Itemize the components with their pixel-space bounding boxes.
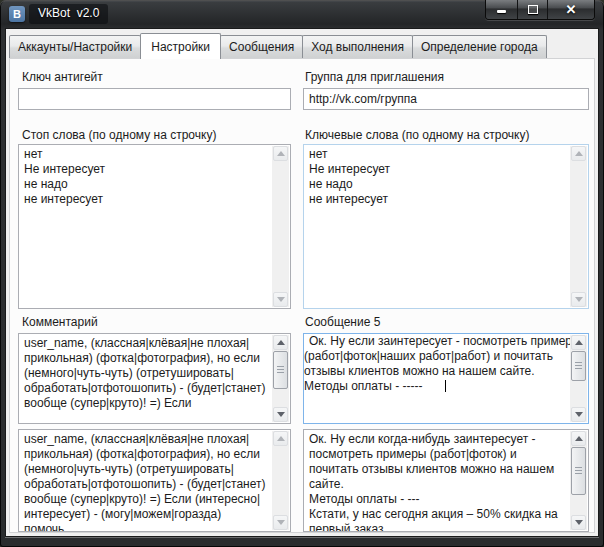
comment-scrollbar[interactable] bbox=[272, 335, 289, 422]
scroll-down-button[interactable] bbox=[273, 515, 288, 530]
invite-group-input[interactable] bbox=[303, 88, 589, 110]
text-caret bbox=[445, 380, 446, 392]
message5-textarea[interactable]: Ок. Ну если заинтересует - посмотреть пр… bbox=[303, 333, 589, 424]
message5-scrollbar[interactable] bbox=[570, 335, 587, 422]
comment-text: user_name, (классная|клёвая|не плохая|пр… bbox=[19, 334, 290, 413]
comment-label: Комментарий bbox=[22, 315, 98, 329]
stop-words-text: нет Не интересует не надо не интересует bbox=[19, 145, 290, 209]
thumb-grip-icon bbox=[277, 366, 284, 374]
scroll-thumb[interactable] bbox=[571, 351, 586, 381]
scroll-down-button[interactable] bbox=[571, 407, 586, 422]
settings-tab-page: Ключ антигейт Группа для приглашения Сто… bbox=[9, 58, 595, 533]
key-words-label: Ключевые слова (по одному на строчку) bbox=[305, 128, 530, 142]
scroll-up-button[interactable] bbox=[571, 146, 586, 161]
app-window: B VkBot v2.0 ✕ Аккаунты/Настройки Настро… bbox=[0, 0, 604, 547]
stop-words-textarea[interactable]: нет Не интересует не надо не интересует bbox=[18, 144, 291, 309]
thumb-grip-icon bbox=[575, 467, 582, 475]
scroll-down-button[interactable] bbox=[273, 407, 288, 422]
comment-textarea[interactable]: user_name, (классная|клёвая|не плохая|пр… bbox=[18, 333, 291, 424]
comment-full-scrollbar[interactable] bbox=[272, 431, 289, 530]
message5-alt-textarea[interactable]: Ок. Ну если когда-нибудь заинтересует - … bbox=[303, 429, 589, 532]
stop-words-label: Стоп слова (по одному на строчку) bbox=[22, 128, 216, 142]
stop-words-scrollbar[interactable] bbox=[272, 146, 289, 307]
message5-alt-text: Ок. Ну если когда-нибудь заинтересует - … bbox=[304, 430, 588, 532]
minimize-icon bbox=[497, 10, 506, 13]
scroll-up-button[interactable] bbox=[273, 431, 288, 446]
tab-accounts-settings[interactable]: Аккаунты/Настройки bbox=[9, 35, 141, 58]
arrow-down-icon bbox=[575, 520, 583, 525]
scroll-up-button[interactable] bbox=[571, 431, 586, 446]
arrow-up-icon bbox=[277, 340, 285, 345]
vk-logo-icon: B bbox=[9, 6, 25, 22]
arrow-down-icon bbox=[575, 412, 583, 417]
scroll-thumb[interactable] bbox=[571, 447, 586, 495]
scroll-down-button[interactable] bbox=[571, 292, 586, 307]
tab-strip: Аккаунты/Настройки Настройки Сообщения Х… bbox=[9, 32, 595, 58]
message5-label: Сообщение 5 bbox=[305, 315, 380, 329]
title-bar[interactable]: B VkBot v2.0 ✕ bbox=[0, 0, 604, 28]
arrow-down-icon bbox=[277, 297, 285, 302]
close-button[interactable]: ✕ bbox=[548, 0, 594, 19]
comment-full-text: user_name, (классная|клёвая|не плохая|пр… bbox=[19, 430, 290, 532]
invite-group-label: Группа для приглашения bbox=[305, 70, 444, 84]
window-title: VkBot v2.0 bbox=[29, 4, 108, 24]
scroll-up-button[interactable] bbox=[273, 146, 288, 161]
scroll-down-button[interactable] bbox=[571, 515, 586, 530]
tab-settings[interactable]: Настройки bbox=[140, 33, 221, 59]
key-words-text: нет Не интересует не надо не интересует bbox=[304, 145, 588, 209]
antigate-key-input[interactable] bbox=[18, 88, 291, 110]
thumb-grip-icon bbox=[575, 362, 582, 370]
key-words-textarea[interactable]: нет Не интересует не надо не интересует bbox=[303, 144, 589, 309]
scroll-up-button[interactable] bbox=[273, 335, 288, 350]
comment-full-textarea[interactable]: user_name, (классная|клёвая|не плохая|пр… bbox=[18, 429, 291, 532]
arrow-up-icon bbox=[575, 340, 583, 345]
scroll-thumb[interactable] bbox=[273, 351, 288, 389]
close-icon: ✕ bbox=[566, 3, 577, 16]
scroll-up-button[interactable] bbox=[571, 335, 586, 350]
window-controls: ✕ bbox=[485, 0, 595, 20]
client-area: Аккаунты/Настройки Настройки Сообщения Х… bbox=[5, 28, 599, 537]
key-words-scrollbar[interactable] bbox=[570, 146, 587, 307]
scroll-down-button[interactable] bbox=[273, 292, 288, 307]
maximize-button[interactable] bbox=[518, 0, 548, 19]
maximize-icon bbox=[528, 5, 538, 14]
arrow-down-icon bbox=[277, 520, 285, 525]
tab-city-detection[interactable]: Определение города bbox=[412, 35, 547, 58]
tab-progress[interactable]: Ход выполнения bbox=[302, 35, 413, 58]
message5-alt-scrollbar[interactable] bbox=[570, 431, 587, 530]
arrow-up-icon bbox=[575, 151, 583, 156]
tab-messages[interactable]: Сообщения bbox=[220, 35, 303, 58]
arrow-down-icon bbox=[575, 297, 583, 302]
arrow-up-icon bbox=[277, 151, 285, 156]
arrow-up-icon bbox=[575, 436, 583, 441]
arrow-up-icon bbox=[277, 436, 285, 441]
antigate-key-label: Ключ антигейт bbox=[22, 70, 103, 84]
minimize-button[interactable] bbox=[486, 0, 518, 19]
arrow-down-icon bbox=[277, 412, 285, 417]
